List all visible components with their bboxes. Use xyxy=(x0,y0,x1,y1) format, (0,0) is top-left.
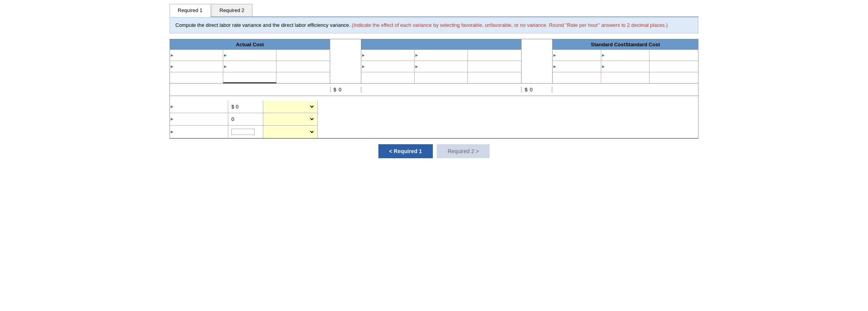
tab-required1[interactable]: Required 1 xyxy=(170,4,211,17)
mid-dollar-sign: $ xyxy=(525,87,527,93)
actual-r3c2[interactable] xyxy=(223,72,276,83)
var-mid-3[interactable] xyxy=(228,126,263,138)
actual-total-cell: $ 0 xyxy=(330,87,361,93)
actual-total-value: 0 xyxy=(339,87,341,93)
var-label-1[interactable] xyxy=(170,101,228,113)
std-r2c2[interactable] xyxy=(601,61,650,72)
mid-r1c1[interactable] xyxy=(361,50,415,61)
actual-r3c3[interactable] xyxy=(276,72,330,83)
mid-r1c3[interactable] xyxy=(468,50,521,61)
std-r3c2[interactable] xyxy=(601,72,650,83)
actual-r1c1[interactable] xyxy=(170,50,223,61)
actual-r2c3[interactable] xyxy=(276,61,330,72)
var-value-1: 0 xyxy=(236,104,238,110)
var-mid-1: $ 0 xyxy=(228,101,263,113)
standard-cost-header: Standard CostStandard Cost xyxy=(553,39,698,50)
tab-bar: Required 1 Required 2 xyxy=(170,4,698,17)
next-required2-button[interactable]: Required 2 > xyxy=(437,144,490,158)
variance-row-1: $ 0 Favorable Unfavorable No variance xyxy=(170,101,317,113)
variance-row-3: Favorable Unfavorable No variance xyxy=(170,126,317,138)
instruction-box: Compute the direct labor rate variance a… xyxy=(170,17,698,33)
mid-r3c1[interactable] xyxy=(361,72,415,83)
actual-r1c3[interactable] xyxy=(276,50,330,61)
std-r1c2[interactable] xyxy=(601,50,650,61)
actual-r1c2[interactable] xyxy=(223,50,276,61)
instruction-main: Compute the direct labor rate variance a… xyxy=(175,22,350,28)
variance-row-2: 0 Favorable Unfavorable No variance xyxy=(170,113,317,126)
var-label-2[interactable] xyxy=(170,113,228,125)
std-r2c1[interactable] xyxy=(553,61,601,72)
main-grid: Actual Cost xyxy=(170,39,698,139)
mid-r2c1[interactable] xyxy=(361,61,415,72)
var-label-3[interactable] xyxy=(170,126,228,138)
std-r2c3[interactable] xyxy=(649,61,698,72)
middle-header xyxy=(361,39,521,50)
var-dropdown-2[interactable]: Favorable Unfavorable No variance xyxy=(263,113,317,125)
mid-r1c2[interactable] xyxy=(415,50,468,61)
mid-r2c2[interactable] xyxy=(415,61,468,72)
std-r3c3[interactable] xyxy=(649,72,698,83)
mid-r3c3[interactable] xyxy=(468,72,521,83)
var-dropdown-1[interactable]: Favorable Unfavorable No variance xyxy=(263,101,317,113)
actual-r2c2[interactable] xyxy=(223,61,276,72)
var-value-2: 0 xyxy=(231,116,234,122)
actual-r2c1[interactable] xyxy=(170,61,223,72)
mid-total-cell: $ 0 xyxy=(521,87,552,93)
var-dollar-1: $ xyxy=(231,104,234,110)
std-r1c3[interactable] xyxy=(649,50,698,61)
variance-right-empty xyxy=(318,101,698,138)
actual-cost-header: Actual Cost xyxy=(170,39,330,50)
tab-required2[interactable]: Required 2 xyxy=(212,4,253,16)
actual-r3c1[interactable] xyxy=(170,72,223,83)
var-dropdown-3[interactable]: Favorable Unfavorable No variance xyxy=(263,126,317,138)
spacer-row xyxy=(170,96,698,101)
std-r3c1[interactable] xyxy=(553,72,601,83)
instruction-detail: (Indicate the effect of each variance by… xyxy=(352,22,668,28)
std-r1c1[interactable] xyxy=(553,50,601,61)
var-mid-2: 0 xyxy=(228,113,263,125)
mid-r3c2[interactable] xyxy=(415,72,468,83)
back-required1-button[interactable]: < Required 1 xyxy=(378,144,433,158)
actual-dollar-sign: $ xyxy=(334,87,336,93)
nav-buttons: < Required 1 Required 2 > xyxy=(170,144,698,158)
mid-total-value: 0 xyxy=(530,87,532,93)
mid-r2c3[interactable] xyxy=(468,61,521,72)
